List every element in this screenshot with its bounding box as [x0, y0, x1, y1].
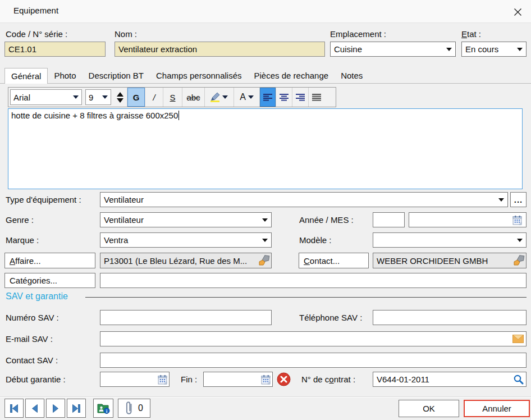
- record-info-button[interactable]: i: [93, 399, 113, 418]
- numero-sav-field[interactable]: [100, 310, 272, 325]
- brush-icon[interactable]: [258, 254, 270, 267]
- font-name-select[interactable]: Arial: [10, 89, 82, 105]
- description-textarea[interactable]: hotte de cuisine + 8 filtres à graisse 6…: [8, 108, 523, 189]
- genre-select[interactable]: Ventilateur: [100, 212, 272, 227]
- richtext-toolbar: Arial 9 G / S abc A: [8, 87, 336, 107]
- dialog-title: Equipement: [13, 6, 58, 15]
- type-equipement-label: Type d'équipement :: [6, 195, 81, 204]
- debut-garantie-label: Début garantie :: [6, 375, 66, 384]
- contact-sav-field[interactable]: [100, 353, 527, 368]
- mes-date-field[interactable]: [409, 212, 527, 227]
- telephone-sav-label: Téléphone SAV :: [299, 313, 362, 322]
- tab-champs-personnalises[interactable]: Champs personnalisés: [150, 68, 248, 84]
- chevron-down-icon: [222, 95, 228, 99]
- numero-sav-label: Numéro SAV :: [6, 313, 59, 322]
- emplacement-label: Emplacement :: [330, 29, 386, 39]
- genre-label: Genre :: [6, 215, 34, 225]
- emplacement-select[interactable]: Cuisine: [330, 42, 456, 57]
- align-right-icon: [296, 93, 305, 101]
- cancel-button[interactable]: Annuler: [464, 400, 530, 417]
- nom-label: Nom :: [115, 29, 137, 39]
- annee-field[interactable]: [373, 212, 405, 227]
- code-label: Code / N° série :: [6, 29, 67, 39]
- type-more-button[interactable]: ...: [510, 192, 527, 207]
- red-x-icon: [277, 372, 291, 386]
- numero-contrat-field[interactable]: V644-01-2011: [373, 372, 527, 387]
- sav-section-title: SAV et garantie: [6, 291, 68, 302]
- equipment-dialog: Equipement Code / N° série : Nom : Empla…: [0, 0, 531, 420]
- chevron-down-icon: [498, 198, 504, 202]
- email-sav-label: E-mail SAV :: [6, 334, 53, 344]
- chevron-down-icon: [262, 218, 268, 222]
- categories-button[interactable]: Catégories...: [4, 273, 95, 288]
- envelope-icon[interactable]: [512, 335, 524, 343]
- contact-button[interactable]: Contact...: [299, 253, 369, 268]
- sav-section-divider: [85, 297, 527, 298]
- brush-icon[interactable]: [512, 254, 525, 267]
- tab-notes[interactable]: Notes: [335, 68, 369, 84]
- calendar-icon[interactable]: [261, 375, 271, 385]
- chevron-down-icon: [248, 95, 254, 99]
- affaire-button[interactable]: Affaire...: [4, 253, 95, 268]
- font-size-select[interactable]: 9: [85, 89, 111, 105]
- tab-pieces-de-rechange[interactable]: Pièces de rechange: [248, 68, 335, 84]
- paperclip-icon: [125, 401, 133, 416]
- code-field[interactable]: CE1.01: [4, 42, 106, 57]
- tab-general[interactable]: Général: [4, 68, 48, 84]
- align-right-button[interactable]: [292, 88, 309, 107]
- tab-bar: Général Photo Description BT Champs pers…: [4, 68, 369, 84]
- text-cursor: [178, 111, 179, 120]
- categories-field[interactable]: [100, 273, 527, 288]
- marque-label: Marque :: [6, 235, 39, 245]
- chevron-down-icon: [517, 239, 523, 242]
- bold-button[interactable]: G: [127, 88, 145, 107]
- fin-garantie-label: Fin :: [181, 375, 197, 384]
- folder-info-icon: i: [97, 402, 111, 414]
- tab-description-bt[interactable]: Description BT: [83, 68, 150, 84]
- nom-field[interactable]: Ventilateur extraction: [115, 42, 325, 57]
- attachments-button[interactable]: 0: [118, 399, 150, 418]
- modele-select[interactable]: [373, 232, 527, 248]
- highlighter-icon: [210, 93, 220, 102]
- footer-divider: [0, 396, 531, 398]
- annee-mes-label: Année / MES :: [299, 215, 354, 225]
- clear-dates-button[interactable]: [277, 372, 291, 386]
- first-record-icon: [8, 403, 20, 414]
- nav-previous-button[interactable]: [25, 399, 44, 418]
- nav-next-button[interactable]: [46, 399, 65, 418]
- ok-button[interactable]: OK: [399, 400, 459, 417]
- email-sav-field[interactable]: [100, 331, 527, 346]
- numero-contrat-label: N° de contrat :: [301, 375, 355, 384]
- calendar-icon[interactable]: [158, 375, 168, 385]
- next-record-icon: [50, 403, 61, 414]
- italic-button[interactable]: /: [145, 88, 163, 107]
- close-button[interactable]: [509, 4, 527, 20]
- debut-garantie-field[interactable]: [100, 372, 170, 387]
- tab-photo[interactable]: Photo: [48, 68, 82, 84]
- font-size-stepper[interactable]: [113, 88, 127, 107]
- font-color-button[interactable]: A: [234, 88, 260, 107]
- strikethrough-button[interactable]: abc: [182, 88, 205, 107]
- affaire-field: P13001 (Le Bleu Lézard, Rue des M...: [100, 253, 272, 268]
- align-center-button[interactable]: [276, 88, 292, 107]
- chevron-down-icon: [517, 48, 523, 51]
- nav-first-button[interactable]: [4, 399, 24, 418]
- nav-last-button[interactable]: [67, 399, 86, 418]
- highlight-color-button[interactable]: [205, 88, 234, 107]
- contact-field: WEBER ORCHIDEEN GMBH: [373, 253, 527, 268]
- align-justify-button[interactable]: [309, 88, 325, 107]
- modele-label: Modèle :: [299, 235, 332, 245]
- calendar-icon[interactable]: [512, 215, 523, 225]
- fin-garantie-field[interactable]: [203, 372, 273, 387]
- marque-select[interactable]: Ventra: [100, 232, 272, 248]
- underline-button[interactable]: S: [163, 88, 182, 107]
- align-left-button[interactable]: [260, 88, 276, 107]
- telephone-sav-field[interactable]: [373, 310, 527, 325]
- etat-select[interactable]: En cours: [461, 42, 527, 57]
- search-icon[interactable]: [513, 374, 524, 385]
- align-left-icon: [263, 93, 273, 101]
- close-icon: [514, 8, 522, 16]
- type-equipement-select[interactable]: Ventilateur: [100, 192, 508, 207]
- title-bar: [0, 0, 531, 23]
- chevron-down-icon: [262, 239, 268, 242]
